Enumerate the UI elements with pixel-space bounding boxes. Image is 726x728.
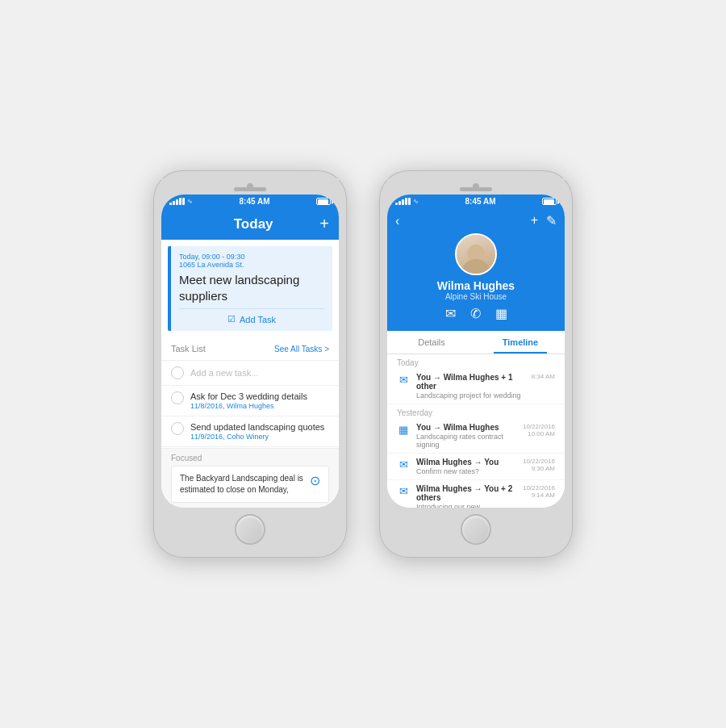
status-right-1	[316, 198, 331, 205]
timeline-parties-0: You → Wilma Hughes + 1 other	[416, 373, 525, 391]
phone-2-screen: ∿ 8:45 AM ‹ + ✎	[387, 195, 565, 508]
timeline-item-0[interactable]: ✉ You → Wilma Hughes + 1 other Landscapi…	[387, 369, 565, 404]
timeline-group-yesterday: Yesterday	[387, 404, 565, 419]
task-text-1: Send updated landscaping quotes 11/9/201…	[190, 422, 329, 441]
email-icon-t0: ✉	[397, 374, 410, 386]
timeline-parties-1: You → Wilma Hughes	[416, 423, 516, 432]
timeline-desc-1: Landscaping rates contract signing	[416, 433, 516, 449]
timeline-time-1: 10/22/2016 10:00 AM	[523, 423, 555, 437]
battery-icon-2	[542, 198, 557, 205]
timeline-desc-3: Introducing our new landscapers!	[416, 503, 516, 508]
email-action-icon[interactable]: ✉	[445, 306, 456, 321]
timeline-desc-0: Landscaping project for wedding	[416, 391, 525, 400]
task-title-1: Send updated landscaping quotes	[190, 422, 329, 432]
wifi-icon-2: ∿	[413, 198, 419, 205]
phone-2-top-bar	[387, 178, 565, 195]
timeline-content-1: You → Wilma Hughes Landscaping rates con…	[416, 423, 516, 449]
contact-company: Alpine Ski House	[445, 292, 507, 301]
task-text-0: Ask for Dec 3 wedding details 11/8/2016,…	[190, 391, 329, 410]
app-header-1: Today +	[161, 208, 339, 240]
status-time-1: 8:45 AM	[240, 197, 270, 206]
back-icon[interactable]: ‹	[395, 214, 399, 228]
task-list-section: Task List See All Tasks > Add a new task…	[161, 337, 339, 448]
task-item-0[interactable]: Ask for Dec 3 wedding details 11/8/2016,…	[161, 386, 339, 416]
avatar-face	[457, 235, 495, 274]
tab-timeline[interactable]: Timeline	[476, 331, 565, 354]
focused-card[interactable]: The Backyard Landscaping deal is estimat…	[171, 466, 329, 503]
battery-fill	[318, 199, 328, 204]
email-icon-t3: ✉	[397, 485, 410, 497]
phone-1: ∿ 8:45 AM Today + Today, 09:00 - 09:30	[153, 170, 347, 558]
signal-dot-3	[176, 199, 178, 205]
focused-text: The Backyard Landscaping deal is estimat…	[180, 473, 305, 496]
add-icon-2[interactable]: +	[531, 213, 538, 228]
signal-icon-2	[395, 198, 411, 205]
timeline-parties-2: Wilma Hughes → You	[416, 458, 516, 467]
focused-label: Focused	[171, 454, 329, 462]
today-card: Today, 09:00 - 09:30 1065 La Avenida St.…	[168, 246, 332, 331]
status-right-2	[542, 198, 557, 205]
status-left: ∿	[169, 198, 193, 205]
task-input-row[interactable]: Add a new task...	[161, 361, 339, 386]
task-item-1[interactable]: Send updated landscaping quotes 11/9/201…	[161, 416, 339, 447]
status-bar-1: ∿ 8:45 AM	[161, 195, 339, 208]
task-check-0	[171, 391, 184, 404]
timeline-group-today: Today	[387, 354, 565, 369]
battery-icon	[316, 198, 331, 205]
task-input-placeholder: Add a new task...	[190, 368, 258, 378]
calendar-action-icon[interactable]: ▦	[495, 306, 507, 321]
task-title-0: Ask for Dec 3 wedding details	[190, 391, 329, 401]
status-bar-2: ∿ 8:45 AM	[387, 195, 565, 208]
timeline-time-3: 10/22/2016 9:14 AM	[523, 484, 555, 499]
task-circle-input	[171, 366, 184, 379]
focused-section: Focused The Backyard Landscaping deal is…	[161, 448, 339, 508]
speaker-2	[460, 187, 492, 191]
timeline-section: Today ✉ You → Wilma Hughes + 1 other Lan…	[387, 354, 565, 508]
add-icon-1[interactable]: +	[319, 215, 329, 233]
task-sub-1: 11/9/2016, Coho Winery	[190, 433, 329, 441]
timeline-item-1[interactable]: ▦ You → Wilma Hughes Landscaping rates c…	[387, 419, 565, 454]
signal-dot-4	[179, 198, 182, 205]
signal-icon	[169, 198, 185, 205]
app-title-1: Today	[234, 216, 273, 232]
status-time-2: 8:45 AM	[465, 197, 496, 206]
timeline-item-2[interactable]: ✉ Wilma Hughes → You Confirm new rates? …	[387, 454, 565, 480]
today-location: 1065 La Avenida St.	[179, 261, 324, 269]
contact-avatar	[455, 233, 497, 275]
timeline-parties-3: Wilma Hughes → You + 2 others	[416, 484, 516, 502]
tab-details[interactable]: Details	[387, 331, 476, 354]
task-sub-0: 11/8/2016, Wilma Hughes	[190, 402, 329, 410]
task-list-label: Task List	[171, 344, 206, 354]
timeline-time-0: 8:34 AM	[532, 373, 555, 380]
home-button-1[interactable]	[235, 514, 265, 545]
phones-container: ∿ 8:45 AM Today + Today, 09:00 - 09:30	[153, 170, 573, 558]
signal-dot-1	[169, 203, 172, 205]
contact-actions: ✉ ✆ ▦	[445, 306, 507, 321]
checkbox-icon: ☑	[227, 314, 236, 324]
phone-action-icon[interactable]: ✆	[470, 306, 481, 321]
timeline-desc-2: Confirm new rates?	[416, 467, 516, 475]
focused-action-icon[interactable]: ⊙	[310, 473, 320, 488]
today-card-meta: Today, 09:00 - 09:30 1065 La Avenida St.	[179, 253, 324, 269]
tabs-row: Details Timeline	[387, 331, 565, 354]
nav-icons-right: + ✎	[531, 213, 557, 228]
task-check-1	[171, 422, 184, 435]
today-time: Today, 09:00 - 09:30	[179, 253, 324, 261]
status-left-2: ∿	[395, 198, 419, 205]
see-all-tasks-button[interactable]: See All Tasks >	[274, 345, 329, 354]
contact-name: Wilma Hughes	[437, 279, 515, 292]
edit-icon[interactable]: ✎	[546, 213, 557, 228]
signal-dot-5	[182, 198, 185, 205]
add-task-row[interactable]: ☑ Add Task	[179, 308, 324, 324]
phone-2: ∿ 8:45 AM ‹ + ✎	[379, 170, 573, 558]
today-card-title: Meet new landscaping suppliers	[179, 272, 324, 303]
timeline-content-0: You → Wilma Hughes + 1 other Landscaping…	[416, 373, 525, 400]
contact-header: ‹ + ✎ Wilma Hughes Alpine Ski House ✉ ✆ …	[387, 208, 565, 331]
timeline-content-3: Wilma Hughes → You + 2 others Introducin…	[416, 484, 516, 508]
task-list-header: Task List See All Tasks >	[161, 337, 339, 361]
home-button-2[interactable]	[461, 514, 491, 545]
timeline-content-2: Wilma Hughes → You Confirm new rates?	[416, 458, 516, 475]
contact-nav: ‹ + ✎	[395, 213, 557, 228]
battery-fill-2	[544, 199, 554, 204]
timeline-item-3[interactable]: ✉ Wilma Hughes → You + 2 others Introduc…	[387, 480, 565, 508]
